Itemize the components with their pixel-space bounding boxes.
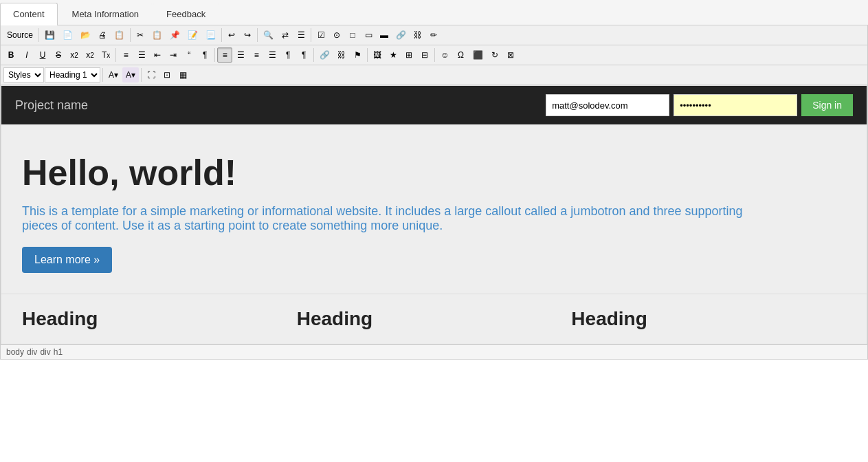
status-bar: body div div h1 — [1, 344, 867, 359]
separator-12 — [141, 68, 142, 82]
iframe-button[interactable]: ↻ — [487, 47, 502, 63]
status-body: body — [6, 347, 24, 357]
undo-button[interactable]: ↩ — [224, 28, 239, 43]
outdent-button[interactable]: ⇤ — [150, 47, 165, 63]
special-char-button[interactable]: Ω — [454, 47, 469, 63]
source-icon: Source — [7, 30, 33, 40]
view-button[interactable]: ▦ — [175, 67, 190, 82]
rtl-button[interactable]: ¶ — [296, 47, 311, 63]
heading-select[interactable]: Heading 1 Heading 2 Heading 3 — [45, 67, 100, 82]
bg-color-button[interactable]: A▾ — [122, 67, 139, 82]
paste-button[interactable]: 📌 — [166, 28, 183, 43]
align-right-button[interactable]: ≡ — [249, 47, 264, 63]
templates-button[interactable]: 📄 — [59, 28, 76, 43]
align-justify-button[interactable]: ☰ — [265, 47, 280, 63]
headings-section: Heading Heading Heading — [1, 294, 867, 344]
toolbar-row-2: B I U S x2 x2 Tx ≡ ☰ ⇤ ⇥ “ ¶ ≡ ☰ ≡ ☰ ¶ ¶… — [1, 45, 867, 65]
separator-3 — [221, 28, 222, 42]
showblocks-button[interactable]: ⊠ — [503, 47, 518, 63]
link-button[interactable]: 🔗 — [392, 28, 410, 43]
superscript-button[interactable]: x2 — [82, 47, 98, 63]
heading-3: Heading — [571, 308, 832, 330]
ordered-list-button[interactable]: ≡ — [118, 47, 133, 63]
copy-button[interactable]: 📋 — [148, 28, 166, 43]
language-button[interactable]: ¶ — [197, 47, 212, 63]
separator-11 — [102, 68, 103, 82]
replace-button[interactable]: ⇄ — [278, 28, 293, 43]
select-all-button[interactable]: ☰ — [293, 28, 309, 43]
paste-word-button[interactable]: 📃 — [202, 28, 219, 43]
password-input[interactable] — [674, 94, 797, 116]
edit-button[interactable]: ✏ — [426, 28, 441, 43]
heading-col-2: Heading — [297, 308, 572, 330]
paste-plain-button[interactable]: 📝 — [184, 28, 201, 43]
separator-4 — [257, 28, 258, 42]
preview-button[interactable]: 📋 — [111, 28, 128, 43]
indent-button[interactable]: ⇥ — [166, 47, 181, 63]
align-left-button[interactable]: ≡ — [217, 47, 232, 63]
separator-1 — [38, 28, 39, 42]
separator-2 — [130, 28, 131, 42]
tab-content[interactable]: Content — [0, 3, 58, 25]
unlink-button[interactable]: ⛓ — [410, 28, 425, 43]
heading-col-3: Heading — [571, 308, 846, 330]
image-button[interactable]: 🖼 — [370, 47, 385, 63]
italic-button[interactable]: I — [19, 47, 34, 63]
maximize-button[interactable]: ⛶ — [144, 67, 159, 82]
styles-select[interactable]: Styles — [3, 67, 44, 82]
link2-button[interactable]: 🔗 — [316, 47, 333, 63]
separator-9 — [367, 48, 368, 62]
redo-button[interactable]: ↪ — [240, 28, 255, 43]
template-button[interactable]: ⬛ — [469, 47, 487, 63]
tab-feedback[interactable]: Feedback — [153, 3, 219, 25]
separator-5 — [311, 28, 311, 42]
email-input[interactable] — [546, 94, 669, 116]
heading-1: Heading — [22, 308, 283, 330]
strikethrough-button[interactable]: S — [51, 47, 66, 63]
remove-format-button[interactable]: Tx — [98, 47, 113, 63]
subscript-button[interactable]: x2 — [67, 47, 82, 63]
source-button[interactable]: Source — [3, 28, 36, 43]
site-brand: Project name — [15, 98, 88, 113]
font-color-button[interactable]: A▾ — [105, 67, 122, 82]
flash-button[interactable]: ★ — [386, 47, 401, 63]
find-button[interactable]: 🔍 — [260, 28, 277, 43]
site-preview: Project name Sign in Hello, world! This … — [1, 85, 867, 344]
toolbar-row-3: Styles Heading 1 Heading 2 Heading 3 A▾ … — [1, 65, 867, 85]
resize-button[interactable]: ⊡ — [159, 67, 175, 82]
box-button[interactable]: □ — [345, 28, 360, 43]
learn-more-button[interactable]: Learn more » — [22, 247, 112, 273]
bold-button[interactable]: B — [3, 47, 19, 63]
anchor-button[interactable]: ⚑ — [350, 47, 365, 63]
separator-6 — [115, 48, 116, 62]
jumbotron-heading: Hello, world! — [22, 152, 846, 193]
editor-wrapper: Source 💾 📄 📂 🖨 📋 ✂ 📋 📌 📝 📃 ↩ ↪ 🔍 ⇄ ☰ ☑ ⊙… — [0, 25, 868, 360]
tab-bar: Content Meta Information Feedback — [0, 0, 868, 25]
box3-button[interactable]: ▬ — [377, 28, 392, 43]
site-navbar: Project name Sign in — [1, 86, 867, 124]
open-button[interactable]: 📂 — [77, 28, 94, 43]
ltr-button[interactable]: ¶ — [280, 47, 296, 63]
underline-button[interactable]: U — [35, 47, 50, 63]
print-button[interactable]: 🖨 — [95, 28, 110, 43]
heading-col-1: Heading — [22, 308, 297, 330]
align-center-button[interactable]: ☰ — [233, 47, 248, 63]
tab-meta-information[interactable]: Meta Information — [59, 3, 153, 25]
checkbox-button[interactable]: ☑ — [313, 28, 329, 43]
box2-button[interactable]: ▭ — [361, 28, 376, 43]
cut-button[interactable]: ✂ — [133, 28, 148, 43]
blockquote-button[interactable]: “ — [181, 47, 197, 63]
separator-10 — [434, 48, 435, 62]
unordered-list-button[interactable]: ☰ — [134, 47, 149, 63]
source-label: Source — [7, 30, 33, 40]
radio-button[interactable]: ⊙ — [329, 28, 344, 43]
jumbotron: Hello, world! This is a template for a s… — [1, 124, 867, 294]
signin-button[interactable]: Sign in — [801, 94, 853, 116]
toolbar-row-1: Source 💾 📄 📂 🖨 📋 ✂ 📋 📌 📝 📃 ↩ ↪ 🔍 ⇄ ☰ ☑ ⊙… — [1, 25, 867, 45]
save-button[interactable]: 💾 — [41, 28, 58, 43]
emoji-button[interactable]: ☺ — [437, 47, 452, 63]
jumbotron-description: This is a template for a simple marketin… — [22, 204, 778, 233]
table-button[interactable]: ⊞ — [401, 47, 416, 63]
unlink2-button[interactable]: ⛓ — [334, 47, 349, 63]
table2-button[interactable]: ⊟ — [417, 47, 432, 63]
